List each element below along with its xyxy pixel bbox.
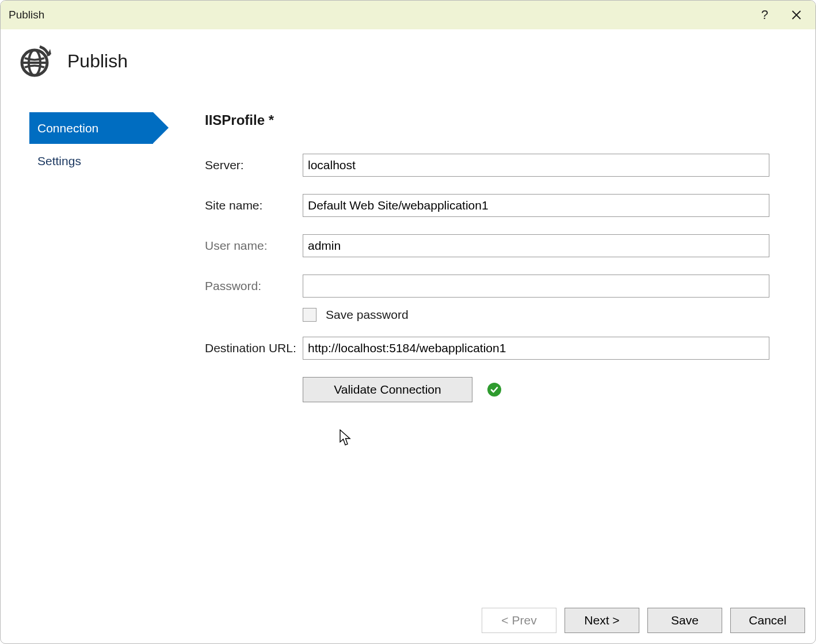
save-button[interactable]: Save — [647, 608, 722, 633]
password-input[interactable] — [303, 275, 769, 298]
next-button[interactable]: Next > — [565, 608, 639, 633]
cursor-icon — [340, 429, 352, 447]
site-name-input[interactable] — [303, 194, 769, 217]
row-server: Server: — [205, 154, 769, 177]
titlebar-controls: ? — [761, 7, 807, 22]
label-save-password: Save password — [326, 308, 409, 322]
destination-url-input[interactable] — [303, 337, 769, 360]
content-area: Connection Settings IISProfile * Server:… — [1, 89, 815, 402]
server-input[interactable] — [303, 154, 769, 177]
label-user-name: User name: — [205, 239, 303, 253]
validation-success-icon — [487, 383, 501, 397]
label-password: Password: — [205, 279, 303, 293]
profile-title: IISProfile * — [205, 112, 769, 128]
row-destination-url: Destination URL: — [205, 337, 769, 360]
window-title: Publish — [9, 9, 44, 21]
titlebar: Publish ? — [1, 1, 815, 29]
save-password-checkbox[interactable] — [303, 308, 317, 322]
row-validate: Validate Connection — [303, 377, 769, 402]
label-site-name: Site name: — [205, 199, 303, 212]
sidebar-item-settings[interactable]: Settings — [29, 145, 170, 177]
publish-dialog: Publish ? Publish Connection — [0, 0, 816, 644]
header: Publish — [1, 29, 815, 89]
sidebar-item-label: Connection — [37, 121, 98, 135]
row-password: Password: — [205, 275, 769, 298]
close-icon[interactable] — [791, 10, 802, 20]
footer-buttons: < Prev Next > Save Cancel — [482, 608, 805, 633]
main-panel: IISProfile * Server: Site name: User nam… — [170, 112, 804, 402]
row-user-name: User name: — [205, 234, 769, 257]
row-site-name: Site name: — [205, 194, 769, 217]
publish-globe-icon — [18, 44, 51, 78]
cancel-button[interactable]: Cancel — [730, 608, 805, 633]
page-title: Publish — [67, 51, 128, 72]
prev-button: < Prev — [482, 608, 556, 633]
validate-connection-button[interactable]: Validate Connection — [303, 377, 472, 402]
user-name-input[interactable] — [303, 234, 769, 257]
sidebar-item-connection[interactable]: Connection — [29, 112, 153, 144]
label-destination-url: Destination URL: — [205, 341, 303, 355]
row-save-password: Save password — [303, 308, 769, 322]
sidebar: Connection Settings — [29, 112, 170, 402]
help-icon[interactable]: ? — [761, 7, 768, 22]
label-server: Server: — [205, 158, 303, 172]
sidebar-item-label: Settings — [37, 154, 81, 168]
